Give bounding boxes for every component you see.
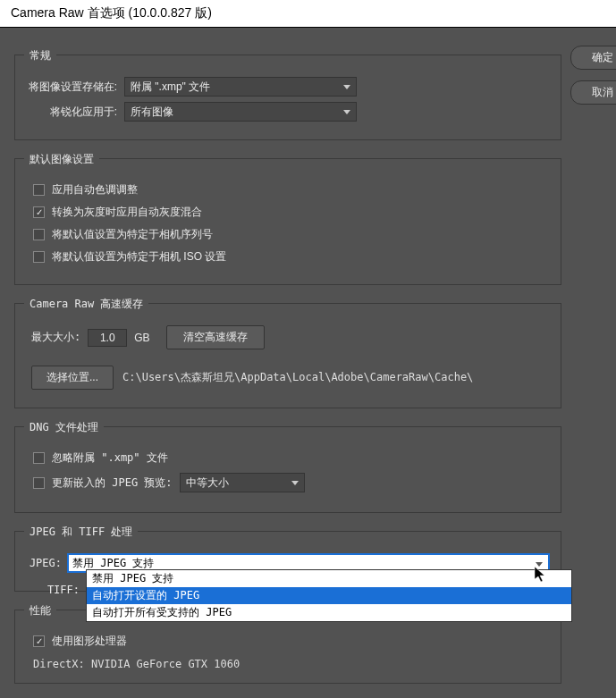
save-settings-label: 将图像设置存储在: (26, 80, 124, 95)
tiff-label: TIFF: (15, 584, 85, 596)
jpeg-option-auto-all[interactable]: 自动打开所有受支持的 JPEG (87, 604, 571, 621)
max-size-label: 最大大小: (31, 330, 80, 345)
cache-legend: Camera Raw 高速缓存 (24, 297, 148, 312)
sharpen-label: 将锐化应用于: (26, 105, 124, 120)
jpeg-label: JPEG: (26, 557, 62, 569)
auto-tone-label: 应用自动色调调整 (52, 182, 138, 198)
ignore-xmp-checkbox[interactable] (33, 452, 45, 464)
jpeg-option-disable[interactable]: 禁用 JPEG 支持 (87, 570, 571, 587)
specific-serial-checkbox[interactable] (33, 229, 45, 240)
dng-legend: DNG 文件处理 (24, 420, 104, 435)
cursor-icon (534, 566, 548, 587)
dng-group: DNG 文件处理 忽略附属 ".xmp" 文件 更新嵌入的 JPEG 预览: 中… (14, 426, 561, 513)
max-size-input[interactable] (88, 329, 127, 347)
jpeg-preview-select[interactable]: 中等大小 (180, 473, 305, 492)
cache-path: C:\Users\杰森斯坦兄\AppData\Local\Adobe\Camer… (122, 370, 473, 385)
jpeg-tiff-legend: JPEG 和 TIFF 处理 (24, 525, 138, 540)
defaults-legend: 默认图像设置 (24, 152, 99, 167)
jpeg-dropdown-list: 禁用 JPEG 支持 自动打开设置的 JPEG 自动打开所有受支持的 JPEG (86, 569, 572, 622)
ok-button[interactable]: 确定 (570, 46, 616, 70)
performance-legend: 性能 (24, 603, 56, 618)
window-title: Camera Raw 首选项 (10.0.0.827 版) (0, 0, 616, 28)
select-location-button[interactable]: 选择位置... (31, 366, 114, 390)
cache-group: Camera Raw 高速缓存 最大大小: GB 清空高速缓存 选择位置... … (14, 303, 561, 408)
use-gpu-checkbox[interactable] (33, 635, 45, 647)
update-jpeg-label: 更新嵌入的 JPEG 预览: (52, 475, 173, 491)
jpeg-tiff-group: JPEG 和 TIFF 处理 JPEG: 禁用 JPEG 支持 TIFF: 禁用… (14, 531, 561, 592)
directx-info: DirectX: NVIDIA GeForce GTX 1060 (33, 658, 550, 670)
save-settings-select[interactable]: 附属 ".xmp" 文件 (124, 77, 357, 97)
update-jpeg-checkbox[interactable] (33, 477, 45, 489)
sharpen-select[interactable]: 所有图像 (124, 102, 357, 122)
ignore-xmp-label: 忽略附属 ".xmp" 文件 (52, 450, 168, 466)
purge-cache-button[interactable]: 清空高速缓存 (166, 325, 265, 349)
auto-tone-checkbox[interactable] (33, 184, 45, 196)
specific-iso-checkbox[interactable] (33, 251, 45, 263)
auto-grayscale-label: 转换为灰度时应用自动灰度混合 (52, 205, 202, 220)
gb-label: GB (134, 332, 149, 344)
general-group: 常规 将图像设置存储在: 附属 ".xmp" 文件 将锐化应用于: 所有图像 (14, 55, 561, 140)
specific-serial-label: 将默认值设置为特定于相机序列号 (52, 227, 213, 242)
specific-iso-label: 将默认值设置为特定于相机 ISO 设置 (52, 249, 226, 265)
defaults-group: 默认图像设置 应用自动色调调整 转换为灰度时应用自动灰度混合 将默认值设置为特定… (14, 158, 561, 285)
jpeg-option-auto-settings[interactable]: 自动打开设置的 JPEG (87, 587, 571, 604)
cancel-button[interactable]: 取消 (570, 80, 616, 105)
auto-grayscale-checkbox[interactable] (33, 206, 45, 218)
general-legend: 常规 (24, 48, 56, 63)
use-gpu-label: 使用图形处理器 (52, 634, 127, 649)
